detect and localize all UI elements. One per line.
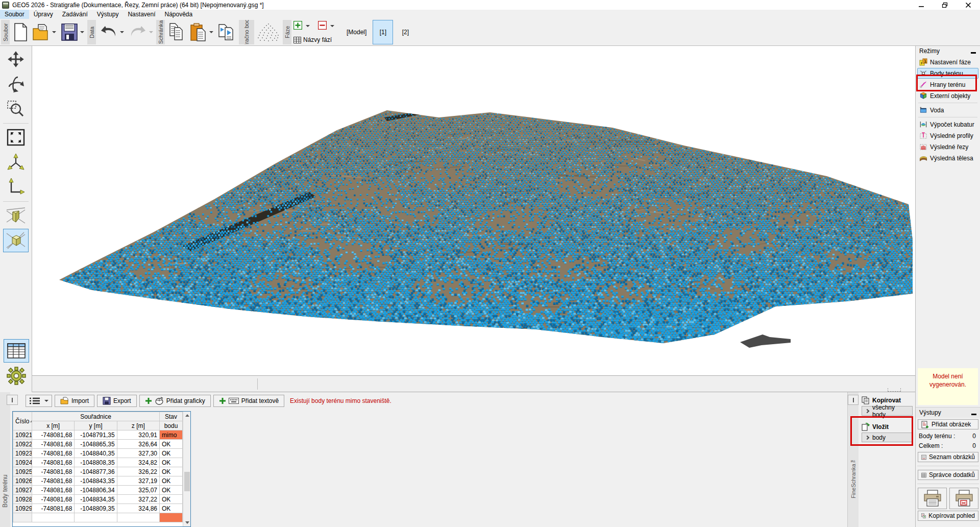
cell-coordinate[interactable] <box>32 513 75 522</box>
open-file-button[interactable] <box>30 20 58 44</box>
mode-vysledna-telesa[interactable]: Výsledná tělesa <box>917 153 978 163</box>
cell-coordinate[interactable]: 324,82 <box>117 458 159 467</box>
view-2d-tool[interactable] <box>3 176 29 199</box>
cell-coordinate[interactable]: -1048865,35 <box>75 440 117 449</box>
scroll-down-button[interactable] <box>183 519 191 526</box>
cell-number[interactable]: 10926 <box>13 476 32 486</box>
cell-coordinate[interactable]: -748081,68 <box>32 430 75 440</box>
table-row[interactable]: 10922-748081,68-1048865,35326,64OK <box>13 440 183 449</box>
mode-voda[interactable]: Voda <box>917 105 978 115</box>
remove-phase-dropdown-arrow[interactable] <box>330 25 334 27</box>
mode-nastaveni-faze[interactable]: Nastavení fáze <box>917 57 978 67</box>
cell-coordinate[interactable]: -1048808,35 <box>75 458 117 467</box>
compare-phases-button[interactable] <box>215 20 238 44</box>
column-header-coordinates[interactable]: Souřadnice <box>32 412 160 421</box>
column-header-y[interactable]: y [m] <box>75 421 117 430</box>
cell-state[interactable]: OK <box>160 467 183 476</box>
cell-coordinate[interactable] <box>117 513 159 522</box>
table-row[interactable]: 10928-748081,68-1048834,35327,22OK <box>13 495 183 504</box>
print-button[interactable] <box>918 488 947 509</box>
mode-vysledne-profily[interactable]: Výsledné profily <box>917 130 978 141</box>
restore-button[interactable] <box>933 0 957 10</box>
copy-button[interactable] <box>166 20 187 44</box>
fit-to-screen-tool[interactable] <box>3 126 29 149</box>
cell-state[interactable]: OK <box>160 486 183 495</box>
resize-grip[interactable] <box>888 388 901 392</box>
cell-number[interactable]: 10922 <box>13 440 32 449</box>
cell-coordinate[interactable]: -1048840,35 <box>75 449 117 458</box>
cell-number[interactable]: 10921 <box>13 430 32 440</box>
cell-number[interactable] <box>13 513 32 522</box>
save-button[interactable] <box>58 20 86 44</box>
scroll-up-button[interactable] <box>183 412 191 419</box>
scrollbar-thumb[interactable] <box>184 472 190 491</box>
column-header-z[interactable]: z [m] <box>117 421 159 430</box>
minimize-button[interactable] <box>910 0 933 10</box>
mode-vypocet-kubatur[interactable]: Výpočet kubatur <box>917 119 978 130</box>
menu-nastaveni[interactable]: Nastavení <box>123 10 160 19</box>
cell-number[interactable]: 10924 <box>13 458 32 467</box>
cell-coordinate[interactable]: 324,86 <box>117 504 159 513</box>
cell-coordinate[interactable]: -748081,68 <box>32 449 75 458</box>
cell-coordinate[interactable]: -748081,68 <box>32 476 75 486</box>
picture-list-button[interactable]: Seznam obrázků <box>918 452 978 462</box>
print-selection-button[interactable] <box>949 488 978 509</box>
column-header-x[interactable]: x [m] <box>32 421 75 430</box>
mode-vysledne-rezy[interactable]: Výsledné řezy <box>917 141 978 152</box>
cell-state[interactable]: OK <box>160 449 183 458</box>
menu-upravy[interactable]: Úpravy <box>29 10 58 19</box>
add-phase-dropdown-arrow[interactable] <box>306 25 310 27</box>
add-textually-button[interactable]: Přidat textově <box>213 395 284 407</box>
phase-names-toggle[interactable]: Názvy fází <box>293 36 334 43</box>
cell-number[interactable]: 10925 <box>13 467 32 476</box>
undo-button[interactable] <box>97 20 126 44</box>
table-options-button[interactable] <box>26 395 52 407</box>
cell-state[interactable]: OK <box>160 458 183 467</box>
model-viewport[interactable] <box>32 46 915 375</box>
table-scrollbar[interactable] <box>183 412 190 526</box>
cell-number[interactable]: 10923 <box>13 449 32 458</box>
cell-coordinate[interactable]: -1048834,35 <box>75 495 117 504</box>
phase-tab-2[interactable]: [2] <box>395 20 415 44</box>
copy-view-button[interactable]: Kopírovat pohled <box>918 511 978 521</box>
cell-state[interactable] <box>160 513 183 522</box>
menu-vystupy[interactable]: Výstupy <box>92 10 124 19</box>
cell-coordinate[interactable]: -748081,68 <box>32 440 75 449</box>
new-file-button[interactable] <box>11 20 30 44</box>
cell-coordinate[interactable]: 327,22 <box>117 495 159 504</box>
table-view-tool[interactable] <box>4 339 29 363</box>
addon-manager-button[interactable]: Správce dodatků <box>918 470 978 480</box>
cell-coordinate[interactable]: -1048877,36 <box>75 467 117 476</box>
menu-napoveda[interactable]: Nápověda <box>160 10 197 19</box>
table-row[interactable]: 10927-748081,68-1048806,34325,07OK <box>13 486 183 495</box>
rotate-tool[interactable] <box>3 73 29 96</box>
add-picture-button[interactable]: Přidat obrázek <box>918 419 978 429</box>
menu-soubor[interactable]: Soubor <box>0 10 29 19</box>
import-button[interactable]: Import <box>55 395 94 407</box>
close-button[interactable] <box>957 0 980 10</box>
cell-coordinate[interactable]: 326,22 <box>117 467 159 476</box>
axonometric-view-tool[interactable] <box>3 229 29 252</box>
paste-button[interactable] <box>187 20 215 44</box>
add-phase-button[interactable] <box>293 21 302 31</box>
save-dropdown-arrow[interactable] <box>80 31 84 33</box>
collapse-icon[interactable] <box>971 52 976 54</box>
cell-coordinate[interactable]: 327,19 <box>117 476 159 486</box>
cell-number[interactable]: 10929 <box>13 504 32 513</box>
axonometry-axes-tool[interactable] <box>3 151 29 174</box>
export-button[interactable]: Export <box>97 395 137 407</box>
table-row[interactable]: 10923-748081,68-1048840,35327,30OK <box>13 449 183 458</box>
cell-coordinate[interactable]: -748081,68 <box>32 504 75 513</box>
paste-dropdown-arrow[interactable] <box>209 31 213 33</box>
table-row[interactable]: 10921-748081,68-1048791,35320,91mimo <box>13 430 183 440</box>
remove-phase-button[interactable] <box>318 21 327 31</box>
column-header-number[interactable]: Číslo <box>13 412 32 430</box>
panel-grip[interactable] <box>848 395 859 405</box>
settings-tool[interactable] <box>4 364 29 388</box>
cell-coordinate[interactable]: 327,30 <box>117 449 159 458</box>
cell-coordinate[interactable]: -748081,68 <box>32 458 75 467</box>
perspective-view-tool[interactable] <box>3 204 29 227</box>
pan-tool[interactable] <box>3 47 29 71</box>
collapse-icon[interactable] <box>971 414 976 415</box>
cell-state[interactable]: OK <box>160 504 183 513</box>
